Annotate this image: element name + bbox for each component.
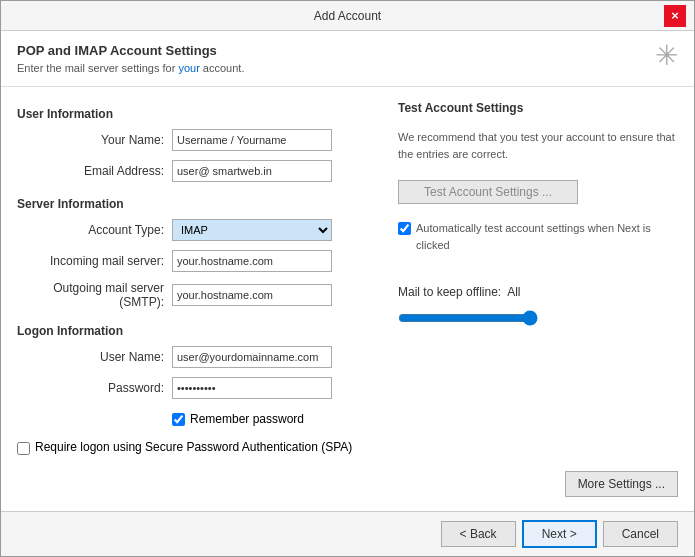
username-label: User Name: — [17, 350, 172, 364]
server-info-title: Server Information — [17, 197, 378, 211]
outgoing-input[interactable] — [172, 284, 332, 306]
header-text: POP and IMAP Account Settings Enter the … — [17, 43, 244, 74]
outgoing-row: Outgoing mail server (SMTP): — [17, 281, 378, 309]
header-title: POP and IMAP Account Settings — [17, 43, 244, 58]
offline-slider[interactable] — [398, 311, 538, 325]
your-name-input[interactable] — [172, 129, 332, 151]
title-bar: Add Account × — [1, 1, 694, 31]
account-type-row: Account Type: IMAP POP3 — [17, 219, 378, 241]
account-type-label: Account Type: — [17, 223, 172, 237]
username-row: User Name: — [17, 346, 378, 368]
your-name-row: Your Name: — [17, 129, 378, 151]
remember-password-checkbox[interactable] — [172, 413, 185, 426]
header-subtitle: Enter the mail server settings for your … — [17, 62, 244, 74]
password-row: Password: — [17, 377, 378, 399]
footer: < Back Next > Cancel — [1, 511, 694, 556]
left-panel: User Information Your Name: Email Addres… — [17, 101, 378, 497]
window-title: Add Account — [31, 9, 664, 23]
header-section: POP and IMAP Account Settings Enter the … — [1, 31, 694, 87]
header-link: your — [178, 62, 199, 74]
account-type-select[interactable]: IMAP POP3 — [172, 219, 332, 241]
logon-info-title: Logon Information — [17, 324, 378, 338]
header-icon: ✳ — [655, 39, 678, 72]
auto-test-checkbox[interactable] — [398, 222, 411, 235]
next-button[interactable]: Next > — [522, 520, 597, 548]
main-content: User Information Your Name: Email Addres… — [1, 87, 694, 511]
offline-row: Mail to keep offline: All — [398, 285, 678, 299]
back-button[interactable]: < Back — [441, 521, 516, 547]
spa-row: Require logon using Secure Password Auth… — [17, 440, 378, 455]
incoming-input[interactable] — [172, 250, 332, 272]
test-account-button[interactable]: Test Account Settings ... — [398, 180, 578, 204]
close-button[interactable]: × — [664, 5, 686, 27]
require-spa-checkbox[interactable] — [17, 442, 30, 455]
outgoing-label: Outgoing mail server (SMTP): — [17, 281, 172, 309]
auto-test-label: Automatically test account settings when… — [416, 220, 678, 253]
cancel-button[interactable]: Cancel — [603, 521, 678, 547]
test-account-desc: We recommend that you test your account … — [398, 129, 678, 162]
offline-slider-row — [398, 311, 678, 325]
password-input[interactable] — [172, 377, 332, 399]
your-name-label: Your Name: — [17, 133, 172, 147]
email-input[interactable] — [172, 160, 332, 182]
more-settings-button[interactable]: More Settings ... — [565, 471, 678, 497]
incoming-label: Incoming mail server: — [17, 254, 172, 268]
email-label: Email Address: — [17, 164, 172, 178]
offline-value: All — [507, 285, 520, 299]
username-input[interactable] — [172, 346, 332, 368]
auto-test-row: Automatically test account settings when… — [398, 220, 678, 253]
require-spa-label: Require logon using Secure Password Auth… — [35, 440, 352, 454]
right-panel: Test Account Settings We recommend that … — [398, 101, 678, 497]
email-row: Email Address: — [17, 160, 378, 182]
remember-password-row: Remember password — [172, 412, 378, 426]
user-info-title: User Information — [17, 107, 378, 121]
password-label: Password: — [17, 381, 172, 395]
offline-label: Mail to keep offline: All — [398, 285, 521, 299]
remember-password-label: Remember password — [190, 412, 304, 426]
incoming-row: Incoming mail server: — [17, 250, 378, 272]
add-account-window: Add Account × POP and IMAP Account Setti… — [0, 0, 695, 557]
test-account-title: Test Account Settings — [398, 101, 678, 115]
